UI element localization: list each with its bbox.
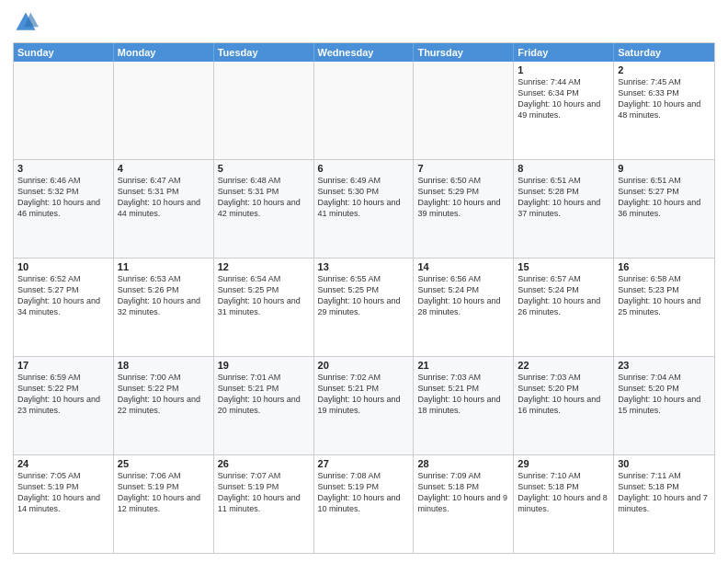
page: SundayMondayTuesdayWednesdayThursdayFrid… <box>0 0 728 563</box>
day-cell-6: 6Sunrise: 6:49 AMSunset: 5:30 PMDaylight… <box>314 160 415 258</box>
day-number-14: 14 <box>417 261 509 272</box>
logo <box>13 9 42 35</box>
day-number-25: 25 <box>118 458 210 469</box>
day-number-20: 20 <box>318 360 410 371</box>
day-number-11: 11 <box>118 261 210 272</box>
day-number-30: 30 <box>618 458 711 469</box>
weekday-header-tuesday: Tuesday <box>214 43 314 62</box>
calendar-row-2: 10Sunrise: 6:52 AMSunset: 5:27 PMDayligh… <box>14 258 714 356</box>
day-number-10: 10 <box>17 261 109 272</box>
day-info-28: Sunrise: 7:09 AMSunset: 5:18 PMDaylight:… <box>417 470 509 515</box>
logo-icon <box>13 9 39 35</box>
day-info-14: Sunrise: 6:56 AMSunset: 5:24 PMDaylight:… <box>417 273 509 318</box>
day-info-5: Sunrise: 6:48 AMSunset: 5:31 PMDaylight:… <box>218 175 310 220</box>
day-cell-14: 14Sunrise: 6:56 AMSunset: 5:24 PMDayligh… <box>414 259 514 356</box>
weekday-header-friday: Friday <box>514 43 614 62</box>
calendar-body: 1Sunrise: 7:44 AMSunset: 6:34 PMDaylight… <box>14 62 714 553</box>
day-cell-1: 1Sunrise: 7:44 AMSunset: 6:34 PMDaylight… <box>514 62 614 159</box>
day-cell-29: 29Sunrise: 7:10 AMSunset: 5:18 PMDayligh… <box>514 455 614 553</box>
day-number-15: 15 <box>518 261 609 272</box>
day-info-12: Sunrise: 6:54 AMSunset: 5:25 PMDaylight:… <box>218 273 310 318</box>
day-number-1: 1 <box>518 64 609 75</box>
day-info-6: Sunrise: 6:49 AMSunset: 5:30 PMDaylight:… <box>318 175 410 220</box>
day-number-27: 27 <box>318 458 410 469</box>
day-info-7: Sunrise: 6:50 AMSunset: 5:29 PMDaylight:… <box>417 175 509 220</box>
empty-cell-0-0 <box>14 62 114 159</box>
day-info-17: Sunrise: 6:59 AMSunset: 5:22 PMDaylight:… <box>17 372 109 417</box>
day-cell-13: 13Sunrise: 6:55 AMSunset: 5:25 PMDayligh… <box>314 259 415 356</box>
day-info-4: Sunrise: 6:47 AMSunset: 5:31 PMDaylight:… <box>118 175 210 220</box>
day-number-13: 13 <box>318 261 410 272</box>
day-cell-15: 15Sunrise: 6:57 AMSunset: 5:24 PMDayligh… <box>514 259 614 356</box>
day-info-30: Sunrise: 7:11 AMSunset: 5:18 PMDaylight:… <box>618 470 711 515</box>
day-number-22: 22 <box>518 360 609 371</box>
day-cell-5: 5Sunrise: 6:48 AMSunset: 5:31 PMDaylight… <box>214 160 314 258</box>
header <box>13 9 715 35</box>
empty-cell-0-1 <box>114 62 214 159</box>
empty-cell-0-2 <box>214 62 314 159</box>
day-number-5: 5 <box>218 163 310 174</box>
day-cell-18: 18Sunrise: 7:00 AMSunset: 5:22 PMDayligh… <box>114 357 214 454</box>
day-cell-20: 20Sunrise: 7:02 AMSunset: 5:21 PMDayligh… <box>314 357 415 454</box>
day-cell-4: 4Sunrise: 6:47 AMSunset: 5:31 PMDaylight… <box>114 160 214 258</box>
day-info-13: Sunrise: 6:55 AMSunset: 5:25 PMDaylight:… <box>318 273 410 318</box>
day-number-9: 9 <box>618 163 711 174</box>
day-info-20: Sunrise: 7:02 AMSunset: 5:21 PMDaylight:… <box>318 372 410 417</box>
day-cell-7: 7Sunrise: 6:50 AMSunset: 5:29 PMDaylight… <box>414 160 514 258</box>
day-number-8: 8 <box>518 163 609 174</box>
day-number-19: 19 <box>218 360 310 371</box>
day-cell-9: 9Sunrise: 6:51 AMSunset: 5:27 PMDaylight… <box>614 160 714 258</box>
day-info-29: Sunrise: 7:10 AMSunset: 5:18 PMDaylight:… <box>518 470 609 515</box>
day-number-7: 7 <box>417 163 509 174</box>
day-info-16: Sunrise: 6:58 AMSunset: 5:23 PMDaylight:… <box>618 273 711 318</box>
day-cell-28: 28Sunrise: 7:09 AMSunset: 5:18 PMDayligh… <box>414 455 514 553</box>
day-info-21: Sunrise: 7:03 AMSunset: 5:21 PMDaylight:… <box>417 372 509 417</box>
day-cell-17: 17Sunrise: 6:59 AMSunset: 5:22 PMDayligh… <box>14 357 114 454</box>
day-cell-8: 8Sunrise: 6:51 AMSunset: 5:28 PMDaylight… <box>514 160 614 258</box>
day-number-28: 28 <box>417 458 509 469</box>
day-cell-10: 10Sunrise: 6:52 AMSunset: 5:27 PMDayligh… <box>14 259 114 356</box>
day-info-10: Sunrise: 6:52 AMSunset: 5:27 PMDaylight:… <box>17 273 109 318</box>
day-info-24: Sunrise: 7:05 AMSunset: 5:19 PMDaylight:… <box>17 470 109 515</box>
day-info-19: Sunrise: 7:01 AMSunset: 5:21 PMDaylight:… <box>218 372 310 417</box>
day-info-3: Sunrise: 6:46 AMSunset: 5:32 PMDaylight:… <box>17 175 109 220</box>
weekday-header-saturday: Saturday <box>614 43 714 62</box>
day-cell-3: 3Sunrise: 6:46 AMSunset: 5:32 PMDaylight… <box>14 160 114 258</box>
day-number-21: 21 <box>417 360 509 371</box>
weekday-header-thursday: Thursday <box>414 43 514 62</box>
day-number-26: 26 <box>218 458 310 469</box>
day-info-22: Sunrise: 7:03 AMSunset: 5:20 PMDaylight:… <box>518 372 609 417</box>
day-number-16: 16 <box>618 261 711 272</box>
day-info-23: Sunrise: 7:04 AMSunset: 5:20 PMDaylight:… <box>618 372 711 417</box>
day-info-1: Sunrise: 7:44 AMSunset: 6:34 PMDaylight:… <box>518 76 609 121</box>
day-cell-12: 12Sunrise: 6:54 AMSunset: 5:25 PMDayligh… <box>214 259 314 356</box>
day-number-29: 29 <box>518 458 609 469</box>
day-number-18: 18 <box>118 360 210 371</box>
day-info-26: Sunrise: 7:07 AMSunset: 5:19 PMDaylight:… <box>218 470 310 515</box>
day-cell-19: 19Sunrise: 7:01 AMSunset: 5:21 PMDayligh… <box>214 357 314 454</box>
day-number-24: 24 <box>17 458 109 469</box>
day-number-4: 4 <box>118 163 210 174</box>
day-number-12: 12 <box>218 261 310 272</box>
day-info-18: Sunrise: 7:00 AMSunset: 5:22 PMDaylight:… <box>118 372 210 417</box>
weekday-header-monday: Monday <box>114 43 214 62</box>
day-number-17: 17 <box>17 360 109 371</box>
calendar-row-0: 1Sunrise: 7:44 AMSunset: 6:34 PMDaylight… <box>14 62 714 159</box>
day-cell-24: 24Sunrise: 7:05 AMSunset: 5:19 PMDayligh… <box>14 455 114 553</box>
day-number-3: 3 <box>17 163 109 174</box>
day-cell-2: 2Sunrise: 7:45 AMSunset: 6:33 PMDaylight… <box>614 62 714 159</box>
day-info-8: Sunrise: 6:51 AMSunset: 5:28 PMDaylight:… <box>518 175 609 220</box>
empty-cell-0-4 <box>414 62 514 159</box>
day-cell-16: 16Sunrise: 6:58 AMSunset: 5:23 PMDayligh… <box>614 259 714 356</box>
day-info-11: Sunrise: 6:53 AMSunset: 5:26 PMDaylight:… <box>118 273 210 318</box>
calendar: SundayMondayTuesdayWednesdayThursdayFrid… <box>13 42 715 554</box>
day-cell-26: 26Sunrise: 7:07 AMSunset: 5:19 PMDayligh… <box>214 455 314 553</box>
day-cell-30: 30Sunrise: 7:11 AMSunset: 5:18 PMDayligh… <box>614 455 714 553</box>
day-cell-11: 11Sunrise: 6:53 AMSunset: 5:26 PMDayligh… <box>114 259 214 356</box>
calendar-header-row: SundayMondayTuesdayWednesdayThursdayFrid… <box>14 43 714 62</box>
weekday-header-wednesday: Wednesday <box>314 43 415 62</box>
weekday-header-sunday: Sunday <box>14 43 114 62</box>
day-info-2: Sunrise: 7:45 AMSunset: 6:33 PMDaylight:… <box>618 76 711 121</box>
day-cell-27: 27Sunrise: 7:08 AMSunset: 5:19 PMDayligh… <box>314 455 415 553</box>
calendar-row-1: 3Sunrise: 6:46 AMSunset: 5:32 PMDaylight… <box>14 159 714 258</box>
